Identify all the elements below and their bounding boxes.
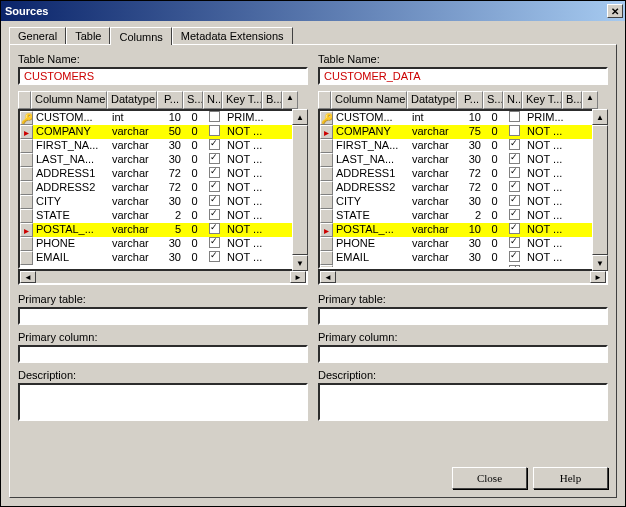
- cell[interactable]: [264, 153, 284, 167]
- help-button[interactable]: Help: [533, 467, 608, 489]
- tab-columns[interactable]: Columns: [110, 27, 171, 45]
- scroll-left-icon[interactable]: ◄: [320, 271, 336, 283]
- cell[interactable]: FIRST_NA...: [333, 139, 409, 153]
- cell[interactable]: 30: [459, 251, 485, 265]
- cell[interactable]: 5: [159, 223, 185, 237]
- cell[interactable]: varchar: [109, 251, 159, 265]
- cell[interactable]: 50: [159, 125, 185, 139]
- close-button[interactable]: Close: [452, 467, 527, 489]
- cell[interactable]: [564, 181, 584, 195]
- table-row[interactable]: FAXvarchar300NOT ...: [320, 265, 606, 269]
- cell[interactable]: PHONE: [33, 237, 109, 251]
- cell[interactable]: CUSTOM...: [333, 111, 409, 125]
- cell[interactable]: 30: [159, 251, 185, 265]
- cell[interactable]: 10: [459, 223, 485, 237]
- cell[interactable]: [564, 139, 584, 153]
- key-type-cell[interactable]: NOT ...: [524, 167, 564, 181]
- cell[interactable]: 0: [185, 195, 205, 209]
- vscroll-right[interactable]: ▲ ▼: [592, 109, 608, 271]
- scroll-right-icon[interactable]: ►: [590, 271, 606, 283]
- scroll-up-icon[interactable]: ▲: [592, 109, 608, 125]
- column-header[interactable]: Column Name: [331, 91, 407, 109]
- cell[interactable]: varchar: [409, 209, 459, 223]
- cell[interactable]: PHONE: [333, 237, 409, 251]
- column-header[interactable]: B...: [562, 91, 582, 109]
- column-header[interactable]: Column Name: [31, 91, 107, 109]
- primary-column-right[interactable]: [318, 345, 608, 363]
- table-row[interactable]: ADDRESS2varchar720NOT ...: [20, 181, 306, 195]
- cell[interactable]: STATE: [333, 209, 409, 223]
- cell[interactable]: 0: [485, 181, 505, 195]
- table-row[interactable]: ADDRESS1varchar720NOT ...: [320, 167, 606, 181]
- key-type-cell[interactable]: NOT ...: [224, 181, 264, 195]
- cell[interactable]: varchar: [409, 223, 459, 237]
- nullable-checkbox[interactable]: [505, 181, 524, 195]
- cell[interactable]: varchar: [409, 195, 459, 209]
- key-type-cell[interactable]: NOT ...: [224, 223, 264, 237]
- cell[interactable]: 0: [185, 125, 205, 139]
- cell[interactable]: 0: [185, 167, 205, 181]
- scroll-down-icon[interactable]: ▼: [292, 255, 308, 271]
- cell[interactable]: [564, 125, 584, 139]
- cell[interactable]: varchar: [109, 167, 159, 181]
- cell[interactable]: [264, 125, 284, 139]
- key-type-cell[interactable]: PRIM...: [524, 111, 564, 125]
- cell[interactable]: 0: [485, 223, 505, 237]
- table-row[interactable]: PHONEvarchar300NOT ...: [20, 237, 306, 251]
- cell[interactable]: POSTAL_...: [33, 223, 109, 237]
- table-row[interactable]: LAST_NA...varchar300NOT ...: [20, 153, 306, 167]
- column-header[interactable]: S...: [183, 91, 203, 109]
- cell[interactable]: 0: [185, 223, 205, 237]
- cell[interactable]: ADDRESS1: [33, 167, 109, 181]
- nullable-checkbox[interactable]: [505, 237, 524, 251]
- cell[interactable]: CITY: [333, 195, 409, 209]
- cell[interactable]: [264, 223, 284, 237]
- column-header[interactable]: Key T...: [522, 91, 562, 109]
- cell[interactable]: 0: [485, 251, 505, 265]
- nullable-checkbox[interactable]: [505, 195, 524, 209]
- table-row[interactable]: ▸POSTAL_...varchar100NOT ...: [320, 223, 606, 237]
- scroll-up-icon[interactable]: ▲: [292, 109, 308, 125]
- key-type-cell[interactable]: NOT ...: [524, 181, 564, 195]
- cell[interactable]: 0: [485, 209, 505, 223]
- column-header[interactable]: P...: [457, 91, 483, 109]
- table-row[interactable]: 🔑CUSTOM...int100PRIM...: [20, 111, 306, 125]
- vscroll-left[interactable]: ▲ ▼: [292, 109, 308, 271]
- cell[interactable]: int: [109, 111, 159, 125]
- close-icon[interactable]: ✕: [607, 4, 623, 18]
- cell[interactable]: [564, 209, 584, 223]
- cell[interactable]: [264, 251, 284, 265]
- cell[interactable]: varchar: [409, 265, 459, 269]
- column-header[interactable]: P...: [157, 91, 183, 109]
- nullable-checkbox[interactable]: [205, 139, 224, 153]
- key-type-cell[interactable]: PRIM...: [224, 111, 264, 125]
- key-type-cell[interactable]: NOT ...: [524, 153, 564, 167]
- cell[interactable]: 30: [459, 195, 485, 209]
- cell[interactable]: 30: [159, 153, 185, 167]
- nullable-checkbox[interactable]: [505, 139, 524, 153]
- cell[interactable]: 0: [185, 181, 205, 195]
- column-header[interactable]: [318, 91, 331, 109]
- cell[interactable]: 0: [485, 125, 505, 139]
- cell[interactable]: EMAIL: [33, 251, 109, 265]
- key-type-cell[interactable]: NOT ...: [224, 209, 264, 223]
- cell[interactable]: 2: [159, 209, 185, 223]
- cell[interactable]: CUSTOM...: [33, 111, 109, 125]
- cell[interactable]: 72: [159, 181, 185, 195]
- cell[interactable]: STATE: [33, 209, 109, 223]
- scroll-down-icon[interactable]: ▼: [592, 255, 608, 271]
- key-type-cell[interactable]: NOT ...: [224, 153, 264, 167]
- table-row[interactable]: LAST_NA...varchar300NOT ...: [320, 153, 606, 167]
- cell[interactable]: [264, 209, 284, 223]
- cell[interactable]: [264, 139, 284, 153]
- table-row[interactable]: STATEvarchar20NOT ...: [20, 209, 306, 223]
- cell[interactable]: COMPANY: [333, 125, 409, 139]
- cell[interactable]: LAST_NA...: [333, 153, 409, 167]
- cell[interactable]: varchar: [409, 139, 459, 153]
- cell[interactable]: 0: [185, 251, 205, 265]
- cell[interactable]: COMPANY: [33, 125, 109, 139]
- cell[interactable]: varchar: [109, 195, 159, 209]
- cell[interactable]: 0: [185, 111, 205, 125]
- cell[interactable]: FAX: [333, 265, 409, 269]
- key-type-cell[interactable]: NOT ...: [224, 237, 264, 251]
